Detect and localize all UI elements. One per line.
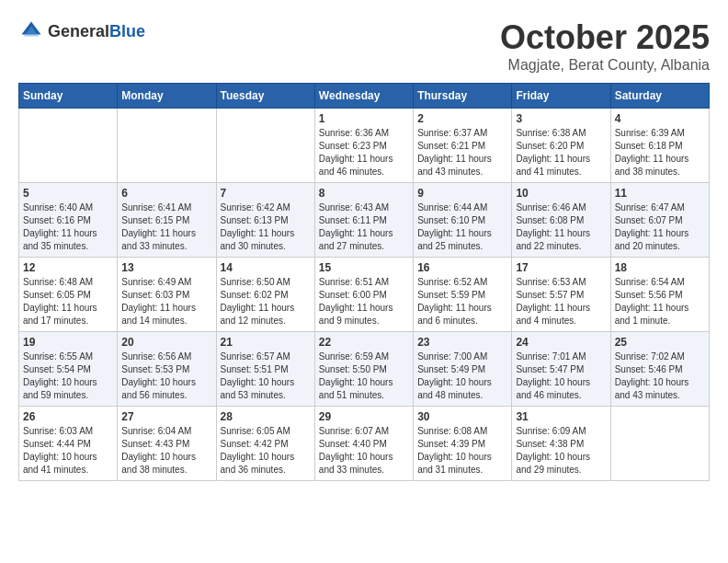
day-number: 12 — [23, 261, 113, 274]
calendar-cell: 26Sunrise: 6:03 AM Sunset: 4:44 PM Dayli… — [19, 407, 118, 481]
day-number: 29 — [319, 410, 409, 423]
day-number: 6 — [121, 187, 211, 200]
day-info: Sunrise: 6:48 AM Sunset: 6:05 PM Dayligh… — [23, 276, 113, 327]
calendar-cell: 1Sunrise: 6:36 AM Sunset: 6:23 PM Daylig… — [314, 109, 413, 183]
month-title: October 2025 — [500, 18, 710, 57]
day-number: 21 — [221, 336, 311, 349]
day-number: 27 — [121, 410, 211, 423]
day-info: Sunrise: 7:02 AM Sunset: 5:46 PM Dayligh… — [615, 350, 705, 402]
day-number: 11 — [615, 187, 705, 200]
weekday-header: Thursday — [414, 84, 512, 109]
day-info: Sunrise: 6:40 AM Sunset: 6:16 PM Dayligh… — [23, 201, 113, 253]
logo-general: GeneralBlue — [48, 23, 145, 40]
day-info: Sunrise: 6:03 AM Sunset: 4:44 PM Dayligh… — [23, 425, 113, 477]
day-number: 10 — [516, 187, 606, 200]
day-number: 23 — [417, 336, 507, 349]
calendar-cell: 12Sunrise: 6:48 AM Sunset: 6:05 PM Dayli… — [19, 258, 118, 332]
calendar-cell — [19, 109, 118, 183]
day-number: 16 — [417, 261, 507, 274]
calendar-cell: 27Sunrise: 6:04 AM Sunset: 4:43 PM Dayli… — [118, 407, 216, 481]
calendar-cell: 5Sunrise: 6:40 AM Sunset: 6:16 PM Daylig… — [19, 183, 118, 258]
day-number: 20 — [121, 336, 211, 349]
calendar-cell: 30Sunrise: 6:08 AM Sunset: 4:39 PM Dayli… — [414, 407, 512, 481]
weekday-header: Saturday — [610, 84, 709, 109]
calendar-cell: 23Sunrise: 7:00 AM Sunset: 5:49 PM Dayli… — [414, 332, 512, 407]
calendar-cell: 13Sunrise: 6:49 AM Sunset: 6:03 PM Dayli… — [118, 258, 216, 332]
day-info: Sunrise: 6:42 AM Sunset: 6:13 PM Dayligh… — [221, 201, 311, 253]
day-info: Sunrise: 6:43 AM Sunset: 6:11 PM Dayligh… — [319, 201, 409, 253]
day-number: 26 — [23, 410, 113, 423]
day-number: 1 — [319, 112, 409, 125]
calendar-cell: 3Sunrise: 6:38 AM Sunset: 6:20 PM Daylig… — [512, 109, 610, 183]
day-info: Sunrise: 6:57 AM Sunset: 5:51 PM Dayligh… — [221, 350, 311, 402]
day-info: Sunrise: 6:04 AM Sunset: 4:43 PM Dayligh… — [121, 425, 211, 477]
weekday-header: Tuesday — [216, 84, 314, 109]
day-number: 24 — [516, 336, 606, 349]
calendar-cell — [610, 407, 709, 481]
day-info: Sunrise: 6:46 AM Sunset: 6:08 PM Dayligh… — [516, 201, 606, 253]
calendar-cell: 28Sunrise: 6:05 AM Sunset: 4:42 PM Dayli… — [216, 407, 314, 481]
day-number: 15 — [319, 261, 409, 274]
weekday-header: Monday — [118, 84, 216, 109]
weekday-header: Friday — [512, 84, 610, 109]
calendar-week-row: 12Sunrise: 6:48 AM Sunset: 6:05 PM Dayli… — [19, 258, 710, 332]
calendar-cell: 17Sunrise: 6:53 AM Sunset: 5:57 PM Dayli… — [512, 258, 610, 332]
calendar-week-row: 19Sunrise: 6:55 AM Sunset: 5:54 PM Dayli… — [19, 332, 710, 407]
calendar-cell: 11Sunrise: 6:47 AM Sunset: 6:07 PM Dayli… — [610, 183, 709, 258]
day-info: Sunrise: 6:07 AM Sunset: 4:40 PM Dayligh… — [319, 425, 409, 477]
day-number: 18 — [615, 261, 705, 274]
day-number: 13 — [121, 261, 211, 274]
day-info: Sunrise: 6:54 AM Sunset: 5:56 PM Dayligh… — [615, 276, 705, 327]
day-number: 28 — [221, 410, 311, 423]
day-info: Sunrise: 6:36 AM Sunset: 6:23 PM Dayligh… — [319, 127, 409, 178]
calendar-cell: 21Sunrise: 6:57 AM Sunset: 5:51 PM Dayli… — [216, 332, 314, 407]
day-info: Sunrise: 6:39 AM Sunset: 6:18 PM Dayligh… — [615, 127, 705, 178]
day-info: Sunrise: 6:38 AM Sunset: 6:20 PM Dayligh… — [516, 127, 606, 178]
title-section: October 2025 Magjate, Berat County, Alba… — [500, 18, 710, 74]
weekday-header: Wednesday — [314, 84, 413, 109]
day-info: Sunrise: 6:47 AM Sunset: 6:07 PM Dayligh… — [615, 201, 705, 253]
day-number: 4 — [615, 112, 705, 125]
logo: GeneralBlue — [18, 18, 145, 44]
day-info: Sunrise: 6:50 AM Sunset: 6:02 PM Dayligh… — [221, 276, 311, 327]
calendar-cell: 9Sunrise: 6:44 AM Sunset: 6:10 PM Daylig… — [414, 183, 512, 258]
day-number: 9 — [417, 187, 507, 200]
calendar-cell: 16Sunrise: 6:52 AM Sunset: 5:59 PM Dayli… — [414, 258, 512, 332]
calendar-table: SundayMondayTuesdayWednesdayThursdayFrid… — [18, 83, 710, 481]
weekday-header-row: SundayMondayTuesdayWednesdayThursdayFrid… — [19, 84, 710, 109]
calendar-cell: 19Sunrise: 6:55 AM Sunset: 5:54 PM Dayli… — [19, 332, 118, 407]
calendar-cell — [216, 109, 314, 183]
calendar-cell: 7Sunrise: 6:42 AM Sunset: 6:13 PM Daylig… — [216, 183, 314, 258]
day-info: Sunrise: 6:41 AM Sunset: 6:15 PM Dayligh… — [121, 201, 211, 253]
day-number: 31 — [516, 410, 606, 423]
day-info: Sunrise: 6:59 AM Sunset: 5:50 PM Dayligh… — [319, 350, 409, 402]
day-number: 22 — [319, 336, 409, 349]
day-info: Sunrise: 7:00 AM Sunset: 5:49 PM Dayligh… — [417, 350, 507, 402]
day-info: Sunrise: 6:44 AM Sunset: 6:10 PM Dayligh… — [417, 201, 507, 253]
day-number: 5 — [23, 187, 113, 200]
day-info: Sunrise: 6:37 AM Sunset: 6:21 PM Dayligh… — [417, 127, 507, 178]
calendar-cell: 31Sunrise: 6:09 AM Sunset: 4:38 PM Dayli… — [512, 407, 610, 481]
calendar-cell: 25Sunrise: 7:02 AM Sunset: 5:46 PM Dayli… — [610, 332, 709, 407]
weekday-header: Sunday — [19, 84, 118, 109]
page-header: GeneralBlue October 2025 Magjate, Berat … — [18, 18, 710, 74]
calendar-cell: 8Sunrise: 6:43 AM Sunset: 6:11 PM Daylig… — [314, 183, 413, 258]
calendar-cell: 2Sunrise: 6:37 AM Sunset: 6:21 PM Daylig… — [414, 109, 512, 183]
calendar-cell: 15Sunrise: 6:51 AM Sunset: 6:00 PM Dayli… — [314, 258, 413, 332]
calendar-week-row: 1Sunrise: 6:36 AM Sunset: 6:23 PM Daylig… — [19, 109, 710, 183]
day-info: Sunrise: 6:51 AM Sunset: 6:00 PM Dayligh… — [319, 276, 409, 327]
location-title: Magjate, Berat County, Albania — [500, 57, 710, 74]
day-info: Sunrise: 6:55 AM Sunset: 5:54 PM Dayligh… — [23, 350, 113, 402]
calendar-cell — [118, 109, 216, 183]
calendar-cell: 10Sunrise: 6:46 AM Sunset: 6:08 PM Dayli… — [512, 183, 610, 258]
calendar-cell: 14Sunrise: 6:50 AM Sunset: 6:02 PM Dayli… — [216, 258, 314, 332]
calendar-cell: 4Sunrise: 6:39 AM Sunset: 6:18 PM Daylig… — [610, 109, 709, 183]
day-number: 3 — [516, 112, 606, 125]
day-number: 25 — [615, 336, 705, 349]
day-info: Sunrise: 6:08 AM Sunset: 4:39 PM Dayligh… — [417, 425, 507, 477]
logo-icon — [18, 18, 44, 44]
day-info: Sunrise: 6:49 AM Sunset: 6:03 PM Dayligh… — [121, 276, 211, 327]
day-number: 14 — [221, 261, 311, 274]
day-info: Sunrise: 6:52 AM Sunset: 5:59 PM Dayligh… — [417, 276, 507, 327]
calendar-cell: 29Sunrise: 6:07 AM Sunset: 4:40 PM Dayli… — [314, 407, 413, 481]
